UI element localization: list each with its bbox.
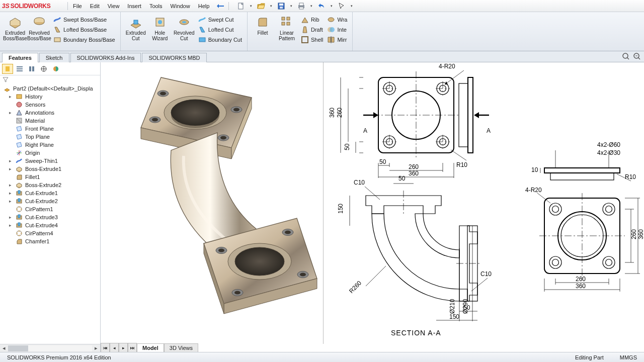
expand-arrow-icon[interactable]: ▸: [9, 215, 13, 220]
dropdown-caret-icon[interactable]: ▾: [290, 4, 292, 8]
menu-edit[interactable]: Edit: [86, 2, 104, 11]
revolved-boss-button[interactable]: Revolved Boss/Base: [27, 14, 51, 42]
menu-view[interactable]: View: [104, 2, 124, 11]
tree-item-boss-extrude2[interactable]: ▸Boss-Extrude2: [0, 181, 100, 189]
extruded-cut-button[interactable]: Extruded Cut: [124, 14, 148, 42]
boundary-cut-icon: [198, 36, 206, 44]
fm-tab-dimxpert-icon[interactable]: [38, 64, 49, 74]
tree-root[interactable]: Part2 (Default<<Default>_Displa: [0, 84, 100, 93]
swept-cut-button[interactable]: Swept Cut: [197, 15, 243, 24]
sheet-last-icon[interactable]: ⏭: [128, 343, 137, 352]
shell-button[interactable]: Shell: [300, 35, 324, 44]
expand-arrow-icon[interactable]: ▸: [9, 166, 13, 171]
new-document-icon[interactable]: [234, 1, 248, 11]
sheet-prev-icon[interactable]: ◂: [110, 343, 119, 352]
fm-tab-config-icon[interactable]: [26, 64, 37, 74]
dropdown-caret-icon[interactable]: ▾: [310, 4, 312, 8]
boundary-boss-button[interactable]: Boundary Boss/Base: [52, 35, 116, 44]
undo-icon[interactable]: [314, 1, 329, 11]
tree-item-front-plane[interactable]: Front Plane: [0, 125, 100, 133]
lofted-cut-button[interactable]: Lofted Cut: [197, 25, 243, 34]
dropdown-caret-icon[interactable]: ▾: [331, 4, 333, 8]
menu-help[interactable]: Help: [194, 2, 214, 11]
tree-item-annotations[interactable]: ▸Annotations: [0, 109, 100, 117]
extruded-boss-button[interactable]: Extruded Boss/Base: [3, 14, 27, 42]
expand-arrow-icon[interactable]: ▸: [9, 183, 13, 188]
filter-icon[interactable]: [2, 76, 9, 84]
save-icon[interactable]: [274, 1, 288, 11]
svg-text:150: 150: [449, 313, 459, 320]
sheet-tab-3dviews[interactable]: 3D Views: [164, 343, 198, 352]
help-icon[interactable]: [213, 1, 227, 11]
tree-item-cirpattern4[interactable]: CirPattern4: [0, 229, 100, 237]
select-icon[interactable]: [335, 1, 349, 11]
tree-item-cirpattern1[interactable]: CirPattern1: [0, 205, 100, 213]
tree-item-cut-extrude1[interactable]: ▸Cut-Extrude1: [0, 189, 100, 197]
sheet-next-icon[interactable]: ▸: [119, 343, 128, 352]
scroll-left-icon[interactable]: ◂: [0, 345, 8, 351]
expand-arrow-icon[interactable]: ▸: [9, 191, 13, 196]
linear-pattern-button[interactable]: Linear Pattern: [275, 14, 299, 42]
fm-tab-tree-icon[interactable]: [2, 64, 13, 74]
sheet-first-icon[interactable]: ⏮: [101, 343, 110, 352]
svg-text:50: 50: [379, 158, 386, 165]
tree-item-material-not-specified-[interactable]: Material: [0, 117, 100, 125]
mirror-button[interactable]: Mirr: [326, 35, 348, 44]
scroll-right-icon[interactable]: ▸: [92, 345, 100, 351]
hole-wizard-button[interactable]: Hole Wizard: [148, 14, 172, 42]
revolved-cut-button[interactable]: Revolved Cut: [172, 14, 196, 42]
status-units[interactable]: MMGS: [616, 354, 641, 360]
rib-icon: [301, 16, 309, 24]
intersect-button[interactable]: Inte: [326, 25, 348, 34]
tree-item-right-plane[interactable]: Right Plane: [0, 141, 100, 149]
tree-item-history[interactable]: ▸History: [0, 93, 100, 101]
zoom-area-icon[interactable]: [633, 52, 641, 61]
fm-horizontal-scrollbar[interactable]: ◂ ▸: [0, 344, 100, 352]
tree-item-origin[interactable]: Origin: [0, 149, 100, 157]
draft-button[interactable]: Draft: [300, 25, 324, 34]
tab-mbd[interactable]: SOLIDWORKS MBD: [142, 53, 206, 62]
tree-item-top-plane[interactable]: Top Plane: [0, 133, 100, 141]
tab-sketch[interactable]: Sketch: [39, 53, 69, 62]
fm-tab-display-icon[interactable]: [50, 64, 61, 74]
zoom-to-fit-icon[interactable]: [622, 52, 630, 61]
feature-tree[interactable]: Part2 (Default<<Default>_Displa ▸History…: [0, 84, 100, 344]
tree-item-fillet1[interactable]: Fillet1: [0, 173, 100, 181]
fm-tab-property-icon[interactable]: [14, 64, 25, 74]
menu-tools[interactable]: Tools: [145, 2, 167, 11]
expand-arrow-icon[interactable]: ▸: [9, 94, 13, 99]
dropdown-caret-icon[interactable]: ▾: [270, 4, 272, 8]
expand-arrow-icon[interactable]: ▸: [9, 199, 13, 204]
menu-window[interactable]: Window: [167, 2, 194, 11]
lofted-boss-button[interactable]: Lofted Boss/Base: [52, 25, 116, 34]
tree-item-boss-extrude1[interactable]: ▸Boss-Extrude1: [0, 165, 100, 173]
expand-arrow-icon[interactable]: ▸: [9, 110, 13, 115]
plane-icon: [15, 133, 23, 140]
tree-item-cut-extrude3[interactable]: ▸Cut-Extrude3: [0, 213, 100, 221]
sheet-tab-model[interactable]: Model: [137, 343, 164, 352]
graphics-viewport[interactable]: .dl{stroke:#000;stroke-width:1.2;fill:no…: [101, 62, 644, 352]
tree-item-sensors[interactable]: Sensors: [0, 101, 100, 109]
expand-arrow-icon[interactable]: ▸: [9, 158, 13, 163]
tree-item-cut-extrude2[interactable]: ▸Cut-Extrude2: [0, 197, 100, 205]
boundary-cut-button[interactable]: Boundary Cut: [197, 35, 243, 44]
plane-icon: [15, 141, 23, 148]
expand-arrow-icon[interactable]: ▸: [9, 223, 13, 228]
menu-file[interactable]: File: [69, 2, 86, 11]
svg-rect-32: [29, 66, 31, 71]
tab-addins[interactable]: SOLIDWORKS Add-Ins: [70, 53, 141, 62]
swept-boss-button[interactable]: Swept Boss/Base: [52, 15, 116, 24]
print-icon[interactable]: [294, 1, 308, 11]
dropdown-caret-icon[interactable]: ▾: [351, 4, 353, 8]
open-icon[interactable]: [254, 1, 268, 11]
tree-item-cut-extrude4[interactable]: ▸Cut-Extrude4: [0, 221, 100, 229]
scroll-thumb[interactable]: [8, 345, 28, 351]
tab-features[interactable]: Features: [2, 53, 38, 62]
fillet-button[interactable]: Fillet: [251, 14, 275, 37]
dropdown-caret-icon[interactable]: ▾: [250, 4, 252, 8]
rib-button[interactable]: Rib: [300, 15, 324, 24]
tree-item-sweep-thin1[interactable]: ▸Sweep-Thin1: [0, 157, 100, 165]
wrap-button[interactable]: Wra: [326, 15, 348, 24]
tree-item-chamfer1[interactable]: Chamfer1: [0, 237, 100, 245]
menu-insert[interactable]: Insert: [123, 2, 145, 11]
